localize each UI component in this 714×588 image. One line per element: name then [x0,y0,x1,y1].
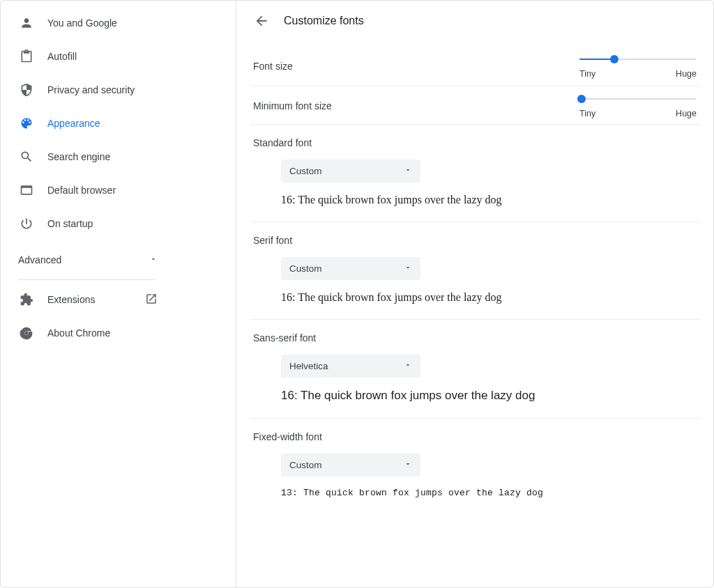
dropdown-value: Custom [289,263,322,274]
sidebar-item-label: Default browser [47,185,116,196]
fixed-width-font-title: Fixed-width font [253,431,697,442]
sidebar-item-label: You and Google [47,17,117,29]
sidebar-item-appearance[interactable]: Appearance [1,107,173,140]
serif-font-title: Serif font [253,235,697,246]
dropdown-value: Custom [289,166,322,176]
sidebar-item-about-chrome[interactable]: About Chrome [1,316,173,350]
serif-font-dropdown[interactable]: Custom [281,257,420,280]
slider-min-label: Tiny [579,69,595,79]
sidebar-item-you-and-google[interactable]: You and Google [1,6,173,40]
chrome-icon [20,326,33,340]
clipboard-icon [20,49,33,63]
caret-down-icon [404,460,412,470]
standard-font-dropdown[interactable]: Custom [281,160,420,183]
sidebar-item-label: On startup [47,218,93,229]
back-button[interactable] [253,13,270,29]
caret-down-icon [404,166,412,176]
svg-point-0 [24,331,28,334]
browser-icon [20,183,33,197]
person-icon [20,16,33,30]
page-title: Customize fonts [284,15,364,27]
search-icon [20,150,33,164]
sidebar-item-on-startup[interactable]: On startup [1,207,173,240]
sidebar-divider [18,279,155,280]
advanced-label: Advanced [18,254,61,265]
shield-icon [20,83,33,97]
caret-down-icon [404,361,412,371]
settings-window: You and Google Autofill Privacy and secu… [0,0,714,588]
min-font-size-slider[interactable] [579,93,697,105]
serif-font-preview: 16: The quick brown fox jumps over the l… [281,291,697,304]
sidebar: You and Google Autofill Privacy and secu… [1,1,173,587]
standard-font-title: Standard font [253,137,697,148]
dropdown-value: Custom [289,460,322,470]
page-header: Customize fonts [236,1,713,41]
serif-font-section: Serif font Custom 16: The quick brown fo… [236,222,713,319]
sidebar-item-label: Appearance [47,118,100,129]
font-size-slider[interactable] [579,54,697,65]
slider-max-label: Huge [676,69,697,79]
min-font-size-label: Minimum font size [253,100,332,111]
fixed-width-font-section: Fixed-width font Custom 13: The quick br… [236,419,713,513]
main-panel: Customize fonts Font size Tiny Huge Mini… [236,1,713,587]
extension-icon [20,293,33,307]
sidebar-item-label: Privacy and security [47,84,135,95]
standard-font-preview: 16: The quick brown fox jumps over the l… [281,194,697,206]
palette-icon [20,116,33,130]
sidebar-item-autofill[interactable]: Autofill [1,40,173,73]
sidebar-item-extensions[interactable]: Extensions [1,283,173,316]
dropdown-value: Helvetica [289,361,328,371]
sans-serif-font-title: Sans-serif font [253,332,697,343]
min-font-size-row: Minimum font size Tiny Huge [236,86,713,124]
fixed-width-font-dropdown[interactable]: Custom [281,454,420,477]
slider-max-label: Huge [676,109,697,118]
sidebar-item-label: About Chrome [47,327,110,339]
sans-serif-font-dropdown[interactable]: Helvetica [281,355,420,378]
font-size-row: Font size Tiny Huge [236,41,713,86]
slider-min-label: Tiny [579,109,595,118]
sidebar-advanced-toggle[interactable]: Advanced [1,246,173,274]
power-icon [20,217,33,231]
sans-serif-font-section: Sans-serif font Helvetica 16: The quick … [236,320,713,418]
sans-serif-font-preview: 16: The quick brown fox jumps over the l… [281,389,697,403]
font-size-label: Font size [253,61,293,72]
chevron-down-icon [149,254,158,265]
sidebar-item-search-engine[interactable]: Search engine [1,140,173,173]
sidebar-item-privacy-security[interactable]: Privacy and security [1,73,173,107]
open-in-new-icon [145,293,158,307]
standard-font-section: Standard font Custom 16: The quick brown… [236,125,713,222]
sidebar-item-label: Search engine [47,151,110,162]
fixed-width-font-preview: 13: The quick brown fox jumps over the l… [281,488,697,498]
sidebar-item-default-browser[interactable]: Default browser [1,173,173,207]
caret-down-icon [404,263,412,274]
sidebar-item-label: Extensions [47,294,95,305]
sidebar-item-label: Autofill [47,51,77,62]
